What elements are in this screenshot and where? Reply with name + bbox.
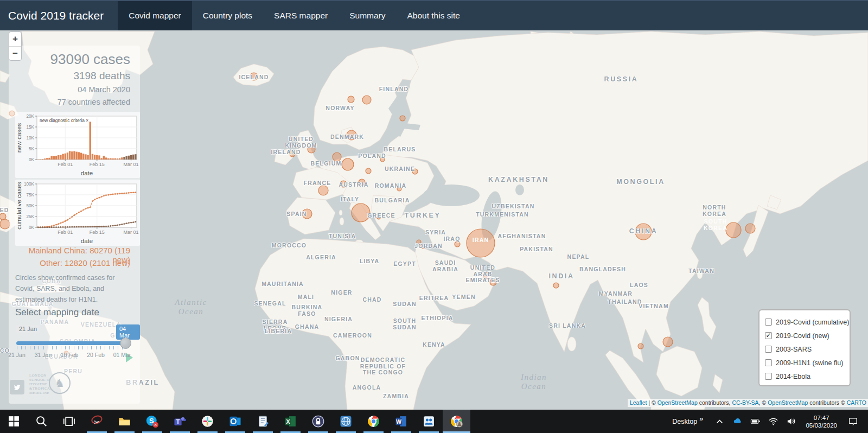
- case-circle[interactable]: [417, 240, 421, 244]
- case-circle[interactable]: [421, 244, 425, 249]
- case-circle[interactable]: [638, 343, 643, 349]
- taskbar-task-view-icon[interactable]: [55, 410, 83, 433]
- app-title[interactable]: Covid 2019 tracker: [0, 1, 118, 30]
- attribution-link[interactable]: CC-BY-SA: [732, 399, 758, 406]
- case-circle[interactable]: [483, 272, 490, 279]
- show-hidden-icons-chevron[interactable]: [714, 416, 725, 426]
- case-circle[interactable]: [359, 179, 365, 186]
- total-deaths: 3198 deaths: [73, 70, 130, 82]
- attribution-link[interactable]: Leaflet: [630, 399, 647, 406]
- taskbar-chrome-profile-icon[interactable]: [443, 410, 470, 433]
- onedrive-icon[interactable]: [732, 416, 743, 426]
- checkbox-checked[interactable]: ✓: [765, 332, 772, 339]
- desktop-toolbar-label[interactable]: Desktop: [672, 418, 697, 425]
- case-circle[interactable]: [366, 168, 371, 174]
- svg-text:×: ×: [154, 422, 157, 428]
- case-circle[interactable]: [342, 158, 354, 170]
- case-circle[interactable]: [347, 130, 356, 140]
- slider-title: Select mapping date: [15, 307, 99, 318]
- navbar-items: Covid mapperCountry plotsSARS mapperSumm…: [118, 1, 471, 30]
- taskbar-skype-icon[interactable]: S×: [138, 410, 166, 433]
- volume-icon[interactable]: [786, 416, 796, 426]
- case-circle[interactable]: [348, 96, 354, 103]
- case-circle[interactable]: [0, 213, 6, 220]
- attribution-link[interactable]: OpenStreetMap: [658, 399, 698, 406]
- taskbar-teams-icon[interactable]: T: [166, 410, 194, 433]
- battery-icon[interactable]: [750, 416, 761, 426]
- attribution-link[interactable]: CARTO: [847, 399, 866, 406]
- tray-date: 05/03/2020: [806, 422, 837, 429]
- case-circle[interactable]: [318, 186, 328, 195]
- attribution-link[interactable]: OpenStreetMap: [768, 399, 808, 406]
- other-cases-text: Other: 12820 (2101 new): [40, 258, 130, 268]
- checkbox-unchecked[interactable]: [765, 359, 772, 366]
- taskbar-word-icon[interactable]: W: [387, 410, 415, 433]
- case-circle[interactable]: [635, 224, 652, 240]
- legend-option-label[interactable]: 2009-H1N1 (swine flu): [776, 359, 843, 367]
- case-circle[interactable]: [352, 203, 370, 222]
- nav-item-about-this-site[interactable]: About this site: [397, 1, 471, 30]
- taskbar-start-icon[interactable]: [0, 410, 28, 433]
- case-circle[interactable]: [412, 169, 418, 174]
- wifi-icon[interactable]: [768, 416, 778, 426]
- legend-option-label[interactable]: 2019-Covid (new): [776, 332, 829, 340]
- twitter-icon[interactable]: [10, 380, 24, 394]
- current-date: 04 March 2020: [78, 85, 130, 94]
- case-circle[interactable]: [726, 222, 741, 238]
- zoom-in-button[interactable]: +: [9, 32, 21, 46]
- toolbar-overflow-chevron[interactable]: »: [699, 415, 703, 423]
- map-attribution: Leaflet | © OpenStreetMap contributors, …: [628, 399, 868, 407]
- taskbar-ibm-notes-icon[interactable]: [415, 410, 443, 433]
- case-circle[interactable]: [308, 145, 315, 153]
- legend-option-label[interactable]: 2014-Ebola: [776, 373, 810, 380]
- taskbar-outlook-icon[interactable]: [221, 410, 249, 433]
- nav-item-covid-mapper[interactable]: Covid mapper: [118, 1, 192, 30]
- case-circle[interactable]: [302, 209, 312, 219]
- slider-axis-label: 21 Jan: [8, 352, 25, 358]
- case-circle[interactable]: [380, 157, 385, 162]
- nav-item-country-plots[interactable]: Country plots: [192, 1, 263, 30]
- svg-text:0K: 0K: [29, 157, 35, 162]
- case-circle[interactable]: [377, 216, 380, 219]
- date-slider-track[interactable]: [16, 341, 123, 345]
- case-circle[interactable]: [397, 187, 401, 191]
- case-circle[interactable]: [745, 224, 755, 233]
- legend-option-label[interactable]: 2019-Covid (cumulative): [776, 319, 849, 326]
- case-circle[interactable]: [490, 279, 496, 285]
- taskbar-browser-icon[interactable]: [332, 410, 360, 433]
- case-circle[interactable]: [455, 241, 460, 247]
- taskbar-file-explorer-icon[interactable]: [111, 410, 138, 433]
- case-circle[interactable]: [553, 283, 559, 288]
- taskbar-keepass-icon[interactable]: [304, 410, 332, 433]
- svg-text:50K: 50K: [26, 203, 34, 208]
- nav-item-summary[interactable]: Summary: [339, 1, 396, 30]
- case-circle[interactable]: [467, 229, 495, 257]
- taskbar-search-icon[interactable]: [28, 410, 55, 433]
- zoom-out-button[interactable]: −: [9, 46, 21, 60]
- case-circle[interactable]: [333, 152, 341, 161]
- nav-item-sars-mapper[interactable]: SARS mapper: [263, 1, 339, 30]
- case-circle[interactable]: [400, 116, 405, 121]
- checkbox-unchecked[interactable]: [765, 373, 772, 380]
- case-circle[interactable]: [663, 337, 673, 347]
- case-circle[interactable]: [340, 181, 347, 187]
- case-circle[interactable]: [290, 151, 295, 157]
- date-slider-handle[interactable]: [120, 338, 131, 349]
- case-circle[interactable]: [362, 95, 371, 104]
- svg-text:15K: 15K: [26, 125, 34, 130]
- taskbar-snipping-tool-icon[interactable]: ✂: [83, 410, 111, 433]
- clock[interactable]: 07:47 05/03/2020: [806, 414, 837, 429]
- taskbar-chrome-icon[interactable]: [360, 410, 387, 433]
- action-center-icon[interactable]: [848, 416, 858, 426]
- checkbox-unchecked[interactable]: [765, 319, 772, 326]
- circles-description: Circles show confirmed cases for Covid, …: [15, 272, 131, 305]
- taskbar-notepad-icon[interactable]: [249, 410, 277, 433]
- slider-start-label: 21 Jan: [16, 324, 40, 333]
- taskbar-slack-icon[interactable]: [194, 410, 221, 433]
- info-panel: 93090 cases 3198 deaths 04 March 2020 77…: [9, 46, 140, 404]
- taskbar-excel-icon[interactable]: X: [277, 410, 304, 433]
- attribution-text: , ©: [759, 399, 768, 406]
- case-circle[interactable]: [250, 73, 258, 80]
- legend-option-label[interactable]: 2003-SARS: [776, 346, 812, 353]
- checkbox-unchecked[interactable]: [765, 346, 772, 353]
